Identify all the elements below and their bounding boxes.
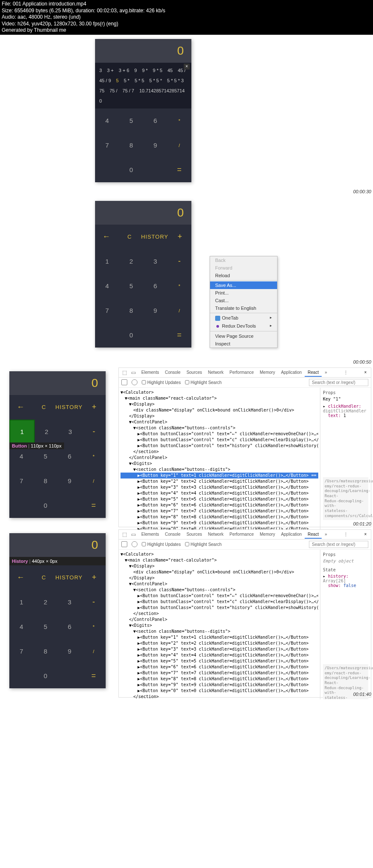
- digit-9[interactable]: 9: [58, 469, 82, 493]
- display[interactable]: 0: [95, 201, 191, 225]
- device-icon[interactable]: ▭: [129, 531, 137, 538]
- tree-node[interactable]: ▶<Button key="0" text=0 clickHandler=dig…: [121, 688, 318, 694]
- tree-node[interactable]: ▶<Button key="9" text=9 clickHandler=dig…: [121, 682, 318, 688]
- digit-8[interactable]: 8: [34, 639, 58, 664]
- tree-node[interactable]: </Display>: [121, 413, 318, 419]
- tree-node[interactable]: ▼<ControlPanel>: [121, 419, 318, 425]
- select-element-icon[interactable]: [121, 541, 127, 547]
- history-item[interactable]: 3: [98, 66, 103, 75]
- devtools-tab-network[interactable]: Network: [205, 531, 227, 538]
- digit-8[interactable]: 8: [34, 469, 58, 493]
- tree-node[interactable]: ▶<Button key="3" text=3 clickHandler=dig…: [121, 646, 318, 652]
- devtools-tab-application[interactable]: Application: [278, 531, 305, 538]
- inspect-icon[interactable]: ⬚: [121, 531, 129, 538]
- digit-3[interactable]: 3: [59, 420, 82, 444]
- digit-3[interactable]: 3: [58, 590, 82, 615]
- devtools-tab-»[interactable]: »: [322, 531, 330, 538]
- history-item[interactable]: 75 /: [109, 86, 118, 95]
- tree-node[interactable]: ▼<section className="buttons--digits">: [121, 467, 318, 473]
- op-equals[interactable]: =: [167, 158, 191, 182]
- settings-icon[interactable]: [132, 541, 137, 547]
- digit-8[interactable]: 8: [119, 298, 143, 323]
- clear-button[interactable]: C: [32, 395, 55, 420]
- search-input[interactable]: [309, 379, 368, 386]
- inspect-icon[interactable]: ⬚: [121, 369, 129, 376]
- tree-node[interactable]: ▶<Button buttonClass="control" text="c" …: [121, 437, 318, 443]
- tree-node[interactable]: </ControlPanel>: [121, 455, 318, 461]
- digit-7[interactable]: 7: [9, 639, 34, 664]
- history-item[interactable]: 5: [115, 76, 120, 85]
- digit-4[interactable]: 4: [95, 108, 119, 133]
- history-item[interactable]: 5 * 5: [134, 76, 145, 85]
- digit-1[interactable]: 1: [9, 420, 35, 444]
- digit-2[interactable]: 2: [34, 590, 58, 615]
- context-menu-item[interactable]: Redux DevTools: [210, 322, 277, 330]
- history-button[interactable]: HISTORY: [141, 225, 168, 249]
- tree-node[interactable]: ▼<ControlPanel>: [121, 581, 318, 587]
- digit-3[interactable]: 3: [143, 249, 168, 274]
- history-item[interactable]: 75: [98, 86, 105, 95]
- digit-7[interactable]: 7: [9, 469, 34, 493]
- devtools-tab-performance[interactable]: Performance: [227, 531, 257, 538]
- back-button[interactable]: ←: [9, 395, 32, 420]
- history-item[interactable]: 75 / 7: [122, 86, 135, 95]
- digit-6[interactable]: 6: [58, 615, 82, 639]
- history-item[interactable]: 10.714285714285714: [138, 86, 185, 95]
- search-input[interactable]: [309, 541, 368, 548]
- tree-node[interactable]: ▼<Digits>: [121, 461, 318, 467]
- op-equals[interactable]: =: [167, 323, 191, 348]
- devtools-tab-network[interactable]: Network: [205, 369, 227, 376]
- devtools-tab-console[interactable]: Console: [162, 531, 184, 538]
- op-button[interactable]: *: [167, 274, 191, 298]
- tree-node[interactable]: ▼<Digits>: [121, 623, 318, 629]
- history-item[interactable]: 0: [98, 97, 103, 105]
- op-button[interactable]: *: [81, 444, 106, 469]
- context-menu-item[interactable]: Inspect: [210, 340, 277, 348]
- clear-button[interactable]: C: [32, 565, 55, 590]
- devtools-menu-icon[interactable]: ⋮: [341, 531, 351, 537]
- op-equals[interactable]: =: [81, 664, 106, 688]
- digit-9[interactable]: 9: [143, 298, 168, 323]
- context-menu-item[interactable]: View Page Source: [210, 332, 277, 340]
- op-plus[interactable]: +: [83, 565, 106, 590]
- tree-node[interactable]: </Display>: [121, 575, 318, 581]
- digit-0[interactable]: 0: [9, 493, 81, 518]
- digit-1[interactable]: 1: [9, 590, 34, 615]
- tree-node[interactable]: ▼<Calculator>: [121, 389, 318, 395]
- tree-node[interactable]: ▶<Button key="1" text=1 clickHandler=dig…: [121, 473, 318, 479]
- digit-2[interactable]: 2: [119, 249, 143, 274]
- clear-button[interactable]: C: [118, 225, 141, 249]
- tree-node[interactable]: </section>: [121, 611, 318, 617]
- history-button[interactable]: HISTORY: [55, 395, 82, 420]
- tree-node[interactable]: ▶<Button buttonClass="control" text="his…: [121, 605, 318, 611]
- context-menu-item[interactable]: Print...: [210, 289, 277, 297]
- history-button[interactable]: HISTORY: [55, 565, 82, 590]
- history-item[interactable]: 9 * 5: [152, 66, 163, 75]
- op-equals[interactable]: =: [81, 493, 106, 518]
- history-item[interactable]: 5 *: [123, 76, 130, 85]
- devtools-tab-»[interactable]: »: [322, 369, 330, 376]
- history-item[interactable]: 5 * 5 * 3: [166, 76, 185, 85]
- digit-5[interactable]: 5: [119, 274, 143, 298]
- tree-node[interactable]: </ControlPanel>: [121, 617, 318, 623]
- digit-9[interactable]: 9: [143, 133, 168, 158]
- op-plus[interactable]: +: [168, 225, 191, 249]
- history-item[interactable]: 9 *: [141, 66, 149, 75]
- device-icon[interactable]: ▭: [129, 369, 137, 376]
- tree-node[interactable]: ▶<Button key="6" text=6 clickHandler=dig…: [121, 502, 318, 508]
- devtools-tab-elements[interactable]: Elements: [138, 369, 162, 376]
- digit-5[interactable]: 5: [119, 108, 143, 133]
- op-divide[interactable]: /: [167, 133, 191, 158]
- close-icon[interactable]: ×: [362, 531, 369, 537]
- tree-node[interactable]: ▶<Button key="8" text=8 clickHandler=dig…: [121, 676, 318, 682]
- component-tree[interactable]: ▼<Calculator>▼<main className="react-cal…: [119, 550, 320, 699]
- back-button[interactable]: ←: [9, 565, 32, 590]
- tree-node[interactable]: ▼<Display>: [121, 563, 318, 569]
- highlight-search-checkbox[interactable]: Highlight Search: [185, 380, 222, 385]
- tree-node[interactable]: <div className="display" onClick=bound o…: [121, 407, 318, 413]
- op-button[interactable]: -: [82, 420, 106, 444]
- op-button[interactable]: -: [167, 249, 191, 274]
- devtools-tab-elements[interactable]: Elements: [138, 531, 162, 538]
- tree-node[interactable]: ▶<Button buttonClass="control" text="his…: [121, 443, 318, 449]
- tree-node[interactable]: ▶<Button key="7" text=7 clickHandler=dig…: [121, 508, 318, 514]
